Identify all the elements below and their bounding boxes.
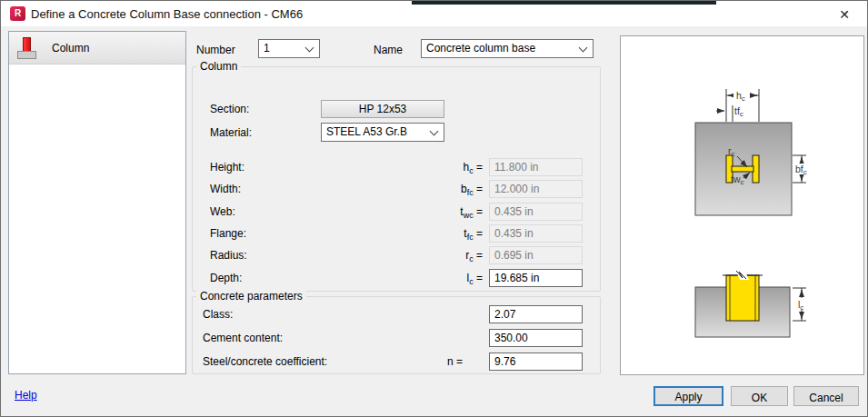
- robot-app-icon: R: [10, 6, 25, 21]
- connection-elements-list: Column: [8, 31, 186, 374]
- concrete-group-title: Concrete parameters: [196, 290, 306, 303]
- column-icon: [15, 35, 39, 61]
- web-symbol: twc =: [428, 205, 483, 220]
- number-combo[interactable]: 1: [258, 39, 320, 58]
- embedded-column: [726, 275, 759, 321]
- number-combo-value: 1: [264, 42, 270, 55]
- cancel-button[interactable]: Cancel: [793, 386, 859, 406]
- depth-symbol: lc =: [428, 272, 483, 286]
- steel-concrete-coefficient-label: Steel/concrete coefficient:: [203, 355, 327, 368]
- radius-symbol: rc =: [428, 249, 483, 263]
- apply-button[interactable]: Apply: [653, 386, 723, 406]
- tfc-dimension-label: tfc: [734, 105, 743, 118]
- chevron-down-icon: [430, 127, 439, 136]
- n-symbol: n =: [419, 355, 463, 368]
- column-web: [732, 166, 753, 172]
- flange-symbol: tfc =: [428, 227, 483, 242]
- connection-preview-panel: hc tfc rc twc bfc: [620, 35, 864, 375]
- background-window-strip: [412, 1, 716, 5]
- material-combo-value: STEEL A53 Gr.B: [326, 125, 407, 138]
- web-label: Web:: [210, 205, 235, 218]
- dialog-window: R Define a Concrete Column Base connecti…: [0, 0, 868, 417]
- steel-concrete-coefficient-field[interactable]: [489, 352, 583, 371]
- title-bar: R Define a Concrete Column Base connecti…: [1, 1, 867, 26]
- class-label: Class:: [203, 308, 233, 321]
- close-icon[interactable]: ✕: [833, 5, 855, 24]
- name-combo[interactable]: Concrete column base: [421, 39, 594, 58]
- radius-field: [489, 246, 583, 264]
- width-label: Width:: [210, 183, 241, 195]
- height-field: [489, 158, 583, 176]
- name-label: Name: [374, 44, 403, 56]
- name-combo-value: Concrete column base: [426, 42, 535, 55]
- dialog-title: Define a Concrete Column Base connection…: [31, 7, 303, 21]
- web-field: [489, 203, 583, 221]
- list-item-label: Column: [52, 42, 89, 55]
- section-label: Section:: [210, 103, 249, 115]
- column-base-diagram: hc tfc rc twc bfc: [621, 36, 863, 374]
- material-label: Material:: [210, 126, 252, 139]
- radius-label: Radius:: [210, 249, 247, 262]
- section-button[interactable]: HP 12x53: [321, 100, 444, 118]
- height-symbol: hc =: [428, 161, 483, 175]
- chevron-down-icon: [579, 44, 588, 53]
- help-link[interactable]: Help: [15, 389, 37, 402]
- width-symbol: bfc =: [428, 183, 483, 197]
- chevron-down-icon: [305, 44, 314, 53]
- depth-field[interactable]: [489, 269, 583, 287]
- material-combo[interactable]: STEEL A53 Gr.B: [321, 123, 444, 142]
- number-label: Number: [196, 44, 235, 56]
- ok-button[interactable]: OK: [731, 386, 788, 406]
- depth-label: Depth:: [210, 272, 242, 284]
- column-group-title: Column: [196, 60, 241, 73]
- class-field[interactable]: [489, 305, 583, 323]
- list-item-column[interactable]: Column: [9, 32, 185, 65]
- width-field: [489, 180, 583, 198]
- cement-content-field[interactable]: [489, 329, 583, 347]
- cement-content-label: Cement content:: [203, 332, 283, 344]
- flange-label: Flange:: [210, 227, 246, 240]
- flange-field: [489, 224, 583, 243]
- height-label: Height:: [210, 161, 244, 174]
